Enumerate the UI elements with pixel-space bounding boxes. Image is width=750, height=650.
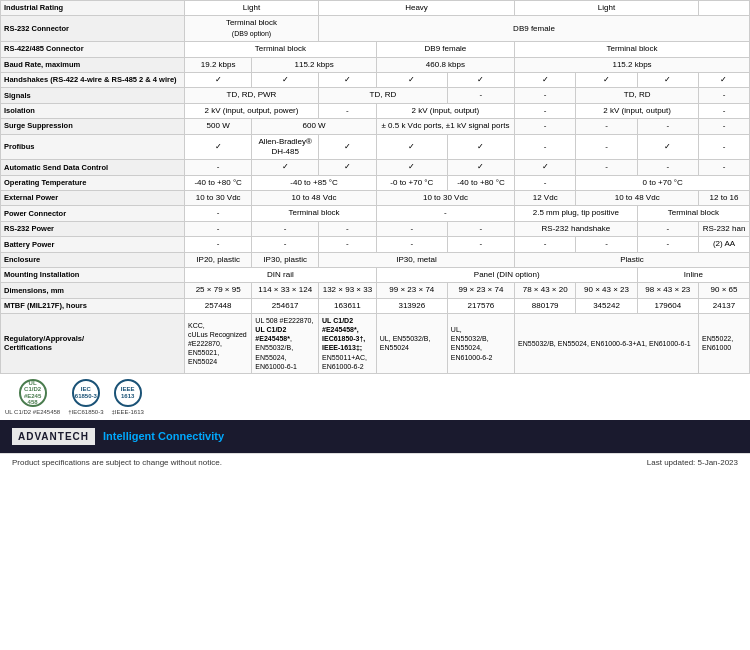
table-row: RS-422/485 Connector Terminal block DB9 … bbox=[1, 42, 750, 57]
row-label: Operating Temperature bbox=[1, 175, 185, 190]
footer-tagline: Intelligent Connectivity bbox=[103, 430, 224, 442]
table-row: Industrial Rating Light Heavy Light bbox=[1, 1, 750, 16]
row-label: Dimensions, mm bbox=[1, 283, 185, 298]
cert-icon-ieee: IEEE1613 ‡IEEE-1613 bbox=[112, 379, 144, 415]
table-row: Isolation 2 kV (input, output, power) - … bbox=[1, 103, 750, 118]
row-label: Baud Rate, maximum bbox=[1, 57, 185, 72]
row-label: Mounting Installation bbox=[1, 268, 185, 283]
footer-updated: Last updated: 5-Jan-2023 bbox=[647, 458, 738, 467]
table-row: Surge Suppression 500 W 600 W ± 0.5 k Vd… bbox=[1, 119, 750, 134]
table-row: Operating Temperature -40 to +80 °C -40 … bbox=[1, 175, 750, 190]
cert-icons-row: ULC1/D2#E245458 UL C1/D2 #E245458 IEC618… bbox=[0, 374, 750, 420]
row-label: Power Connector bbox=[1, 206, 185, 221]
table-row: RS-232 Power - - - - - RS-232 handshake … bbox=[1, 221, 750, 236]
footer-brand: ADVANTECH Intelligent Connectivity bbox=[12, 428, 224, 445]
table-row: Power Connector - Terminal block - 2.5 m… bbox=[1, 206, 750, 221]
spec-table: Industrial Rating Light Heavy Light RS-2… bbox=[0, 0, 750, 374]
row-label: RS-232 Power bbox=[1, 221, 185, 236]
row-label: Isolation bbox=[1, 103, 185, 118]
row-label: RS-422/485 Connector bbox=[1, 42, 185, 57]
cert-label-ieee: ‡IEEE-1613 bbox=[112, 409, 144, 415]
table-row: Enclosure IP20, plastic IP30, plastic IP… bbox=[1, 252, 750, 267]
footer: ADVANTECH Intelligent Connectivity bbox=[0, 420, 750, 453]
row-label: External Power bbox=[1, 191, 185, 206]
cert-circle-ul: ULC1/D2#E245458 bbox=[19, 379, 47, 407]
row-label: Signals bbox=[1, 88, 185, 103]
row-label: Handshakes (RS-422 4-wire & RS-485 2 & 4… bbox=[1, 72, 185, 87]
row-label: Enclosure bbox=[1, 252, 185, 267]
cert-icon-ul: ULC1/D2#E245458 UL C1/D2 #E245458 bbox=[5, 379, 60, 415]
row-label: MTBF (MIL217F), hours bbox=[1, 298, 185, 313]
spec-table-container: Industrial Rating Light Heavy Light RS-2… bbox=[0, 0, 750, 374]
table-row: Baud Rate, maximum 19.2 kbps 115.2 kbps … bbox=[1, 57, 750, 72]
regulatory-row: Regulatory/Approvals/Certifications KCC,… bbox=[1, 314, 750, 374]
row-label: Industrial Rating bbox=[1, 1, 185, 16]
row-label: Regulatory/Approvals/Certifications bbox=[1, 314, 185, 374]
cert-circle-iec: IEC61850-3 bbox=[72, 379, 100, 407]
table-row: Automatic Send Data Control - ✓ ✓ ✓ ✓ ✓ … bbox=[1, 160, 750, 175]
table-row: Battery Power - - - - - - - - (2) AA bbox=[1, 237, 750, 252]
table-row: RS-232 Connector Terminal block(DB9 opti… bbox=[1, 16, 750, 42]
cert-label-ul: UL C1/D2 #E245458 bbox=[5, 409, 60, 415]
table-row: External Power 10 to 30 Vdc 10 to 48 Vdc… bbox=[1, 191, 750, 206]
footer-logo: ADVANTECH bbox=[12, 428, 95, 445]
table-row: Handshakes (RS-422 4-wire & RS-485 2 & 4… bbox=[1, 72, 750, 87]
footer-disclaimer: Product specifications are subject to ch… bbox=[12, 458, 222, 467]
row-label: Battery Power bbox=[1, 237, 185, 252]
cert-label-iec: †IEC61850-3 bbox=[68, 409, 103, 415]
row-label: Surge Suppression bbox=[1, 119, 185, 134]
table-row: Mounting Installation DIN rail Panel (DI… bbox=[1, 268, 750, 283]
cert-circle-ieee: IEEE1613 bbox=[114, 379, 142, 407]
table-row: MTBF (MIL217F), hours 257448 254617 1636… bbox=[1, 298, 750, 313]
cert-icon-iec: IEC61850-3 †IEC61850-3 bbox=[68, 379, 103, 415]
footer-bottom: Product specifications are subject to ch… bbox=[0, 453, 750, 471]
row-label: Profibus bbox=[1, 134, 185, 160]
table-row: Signals TD, RD, PWR TD, RD - - TD, RD - bbox=[1, 88, 750, 103]
table-row: Profibus ✓ Allen-Bradley®DH-485 ✓ ✓ ✓ - … bbox=[1, 134, 750, 160]
row-label: Automatic Send Data Control bbox=[1, 160, 185, 175]
table-row: Dimensions, mm 25 × 79 × 95 114 × 33 × 1… bbox=[1, 283, 750, 298]
row-label: RS-232 Connector bbox=[1, 16, 185, 42]
